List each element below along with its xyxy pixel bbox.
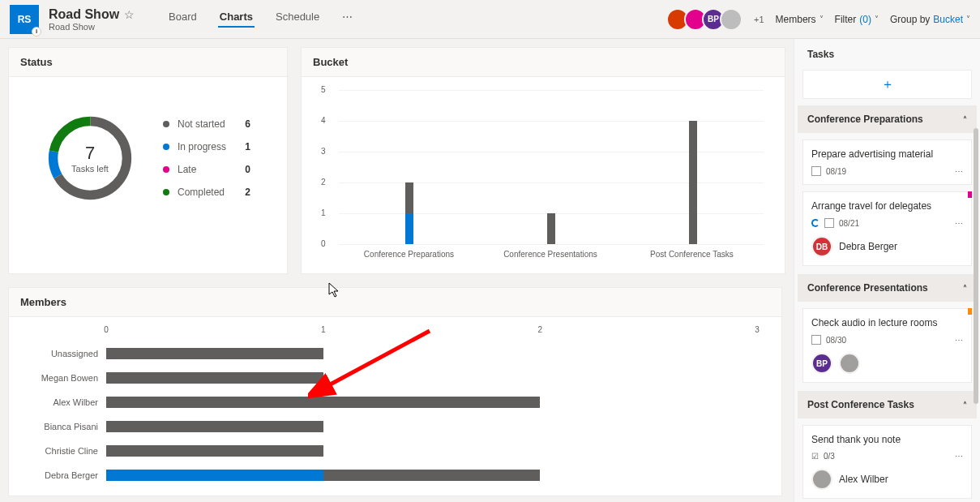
- task-card[interactable]: Prepare advertising material08/19⋯: [802, 139, 972, 185]
- section-title: Conference Presentations: [807, 282, 928, 294]
- members-bar-chart[interactable]: UnassignedMegan BowenAlex WilberBianca P…: [9, 341, 757, 487]
- avatar-overflow[interactable]: +1: [754, 15, 764, 24]
- task-card[interactable]: Arrange travel for delegates08/21⋯DBDebr…: [802, 191, 972, 266]
- chevron-down-icon: ˅: [820, 15, 824, 24]
- task-menu-icon[interactable]: ⋯: [955, 452, 963, 461]
- task-date: 08/30: [826, 336, 846, 345]
- tasks-pane-title: Tasks: [798, 39, 977, 70]
- member-name: Alex Wilber: [9, 397, 106, 407]
- task-menu-icon[interactable]: ⋯: [955, 167, 963, 176]
- members-card: Members 0123 UnassignedMegan BowenAlex W…: [8, 287, 782, 496]
- groupby-dropdown[interactable]: Group by Bucket ˅: [890, 14, 970, 25]
- avatar[interactable]: [720, 8, 742, 31]
- task-section-header[interactable]: Post Conference Tasks˄: [798, 391, 977, 418]
- chevron-up-icon: ˄: [963, 401, 967, 410]
- member-name: Debra Berger: [9, 470, 106, 480]
- task-card[interactable]: Send thank you note☑0/3⋯Alex Wilber: [802, 425, 972, 499]
- member-row[interactable]: Christie Cline: [9, 439, 757, 463]
- task-section-header[interactable]: Conference Preparations˄: [798, 105, 977, 133]
- legend-row[interactable]: Late0: [163, 164, 250, 175]
- legend-count: 2: [234, 187, 250, 198]
- task-section-header[interactable]: Conference Presentations˄: [798, 274, 977, 302]
- calendar-icon: [811, 335, 821, 345]
- chevron-down-icon: ˅: [875, 15, 879, 24]
- legend-count: 0: [234, 164, 250, 175]
- legend-dot-icon: [163, 189, 169, 195]
- tab-charts[interactable]: Charts: [218, 11, 255, 28]
- checklist-icon: ☑: [811, 452, 819, 461]
- bucket-bar[interactable]: Conference Preparations: [340, 182, 480, 244]
- favorite-icon[interactable]: ☆: [124, 8, 135, 21]
- assignee-row: BP: [811, 353, 963, 374]
- task-title: Check audio in lecture rooms: [811, 317, 963, 328]
- plan-info-badge[interactable]: i: [32, 27, 41, 36]
- avatar[interactable]: BP: [811, 353, 832, 374]
- avatar[interactable]: [811, 469, 832, 490]
- status-donut-chart[interactable]: 7 Tasks left: [41, 109, 139, 207]
- task-card[interactable]: Check audio in lecture rooms08/30⋯BP: [802, 308, 972, 383]
- member-row[interactable]: Debra Berger: [9, 463, 757, 487]
- member-row[interactable]: Unassigned: [9, 341, 757, 366]
- add-task-button[interactable]: ＋: [802, 70, 972, 99]
- task-title: Prepare advertising material: [811, 148, 963, 160]
- chevron-up-icon: ˄: [963, 115, 967, 124]
- tab-board[interactable]: Board: [167, 11, 199, 28]
- calendar-icon: [824, 218, 834, 228]
- members-chart-axis: 0123: [106, 325, 757, 341]
- member-name: Unassigned: [9, 349, 106, 358]
- donut-center-label: Tasks left: [71, 164, 109, 174]
- scrollbar[interactable]: [974, 128, 978, 404]
- assignee-name: Debra Berger: [839, 241, 897, 252]
- task-menu-icon[interactable]: ⋯: [955, 219, 963, 228]
- members-card-title: Members: [9, 288, 781, 317]
- tasks-pane: Tasks ＋ Conference Preparations˄Prepare …: [794, 39, 980, 502]
- chevron-up-icon: ˄: [963, 284, 967, 293]
- avatar[interactable]: [839, 353, 860, 374]
- legend-label: Completed: [178, 187, 225, 198]
- bucket-bar[interactable]: Post Conference Tasks: [623, 121, 763, 244]
- status-card-title: Status: [9, 48, 287, 77]
- header-avatars[interactable]: BP: [671, 8, 742, 31]
- plan-title: Road Show: [49, 7, 119, 22]
- progress-icon: [811, 219, 820, 227]
- task-date: 08/21: [839, 219, 859, 228]
- task-color-stripe: [968, 308, 972, 315]
- avatar[interactable]: DB: [811, 236, 832, 257]
- status-card: Status 7 Tasks left Not started6In: [8, 47, 288, 274]
- member-name: Bianca Pisani: [9, 422, 106, 431]
- legend-row[interactable]: In progress1: [163, 141, 250, 152]
- legend-label: Late: [178, 164, 196, 175]
- legend-label: Not started: [178, 118, 225, 130]
- bucket-card-title: Bucket: [302, 48, 785, 77]
- task-checklist-count: 0/3: [824, 452, 835, 461]
- task-menu-icon[interactable]: ⋯: [955, 336, 963, 345]
- task-title: Send thank you note: [811, 434, 963, 445]
- view-tabs: Board Charts Schedule ⋯: [167, 11, 354, 28]
- plan-initials: RS: [18, 14, 32, 25]
- member-name: Christie Cline: [9, 446, 106, 456]
- bucket-card: Bucket 012345Conference PreparationsConf…: [301, 47, 785, 274]
- filter-dropdown[interactable]: Filter (0) ˅: [835, 14, 879, 25]
- members-dropdown[interactable]: Members˅: [776, 14, 824, 25]
- legend-count: 6: [234, 118, 250, 130]
- assignee-name: Alex Wilber: [839, 474, 888, 485]
- member-row[interactable]: Megan Bowen: [9, 366, 757, 390]
- legend-row[interactable]: Not started6: [163, 118, 250, 130]
- chevron-down-icon: ˅: [966, 15, 970, 24]
- calendar-icon: [811, 166, 821, 176]
- task-color-stripe: [968, 191, 972, 198]
- section-title: Conference Preparations: [807, 114, 923, 125]
- bucket-bar-chart[interactable]: 012345Conference PreparationsConference …: [315, 90, 772, 260]
- legend-dot-icon: [163, 144, 169, 150]
- member-row[interactable]: Alex Wilber: [9, 390, 757, 414]
- plan-tile[interactable]: RS i: [10, 5, 39, 34]
- tab-schedule[interactable]: Schedule: [274, 11, 321, 28]
- tab-more-icon[interactable]: ⋯: [340, 11, 354, 28]
- member-row[interactable]: Bianca Pisani: [9, 414, 757, 439]
- cursor-icon: [328, 282, 341, 298]
- legend-row[interactable]: Completed2: [163, 187, 250, 198]
- legend-dot-icon: [163, 121, 169, 127]
- bucket-bar[interactable]: Conference Presentations: [481, 213, 622, 244]
- member-name: Megan Bowen: [9, 373, 106, 383]
- donut-center-count: 7: [85, 143, 95, 164]
